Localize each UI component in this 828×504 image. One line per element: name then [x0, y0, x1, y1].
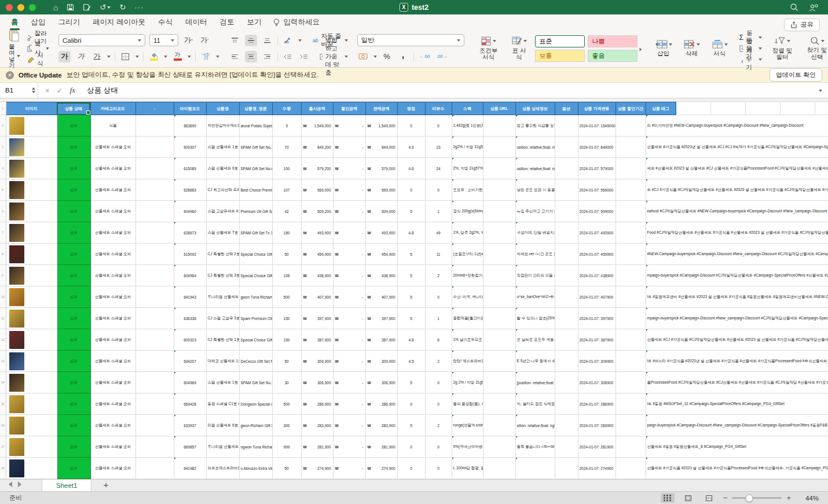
cell-qty[interactable]: 42: [272, 201, 301, 222]
cell-category[interactable]: 선물세트 스페셜 오퍼: [90, 458, 135, 479]
cell-spec[interactable]: 20mlx6+진한참기름 80ml x 16: [452, 265, 483, 286]
cell-launch-price[interactable]: ₩459,900: [301, 244, 333, 265]
cell-sale-price[interactable]: ₩509,000: [365, 201, 397, 222]
cell-detail[interactable]: 자세보.ver /시간 온도 보관: [515, 244, 555, 265]
cell-tags[interactable]: 품ProcessedFood #CJ제일제당선물세트 #CJ선물세트 #선물세트…: [646, 372, 828, 393]
cell-rating[interactable]: 5: [397, 201, 425, 222]
column-header-empty[interactable]: [676, 102, 710, 115]
cell-reviews[interactable]: 23: [425, 137, 452, 158]
cell-item-code[interactable]: 609307: [174, 137, 206, 158]
cell-detail[interactable]: 온 날씨로 포도주 개봉, 보관 둘: [515, 329, 555, 351]
cell-dash[interactable]: [135, 222, 174, 244]
cell-detail[interactable]: osition: relative;float: right;wid: [515, 137, 555, 158]
cell-reviews[interactable]: 1: [425, 201, 452, 222]
cell-reviews[interactable]: 0: [425, 393, 452, 415]
insert-cells-button[interactable]: 삽입: [653, 40, 675, 57]
normal-view-icon[interactable]: [661, 493, 675, 503]
insert-function-icon[interactable]: fx: [70, 86, 76, 95]
column-header[interactable]: 상품 상태: [57, 102, 90, 115]
cell-status[interactable]: 신규: [57, 415, 90, 436]
cell-product-name[interactable]: 동원 스페셜 C1호 x12: [206, 393, 239, 415]
cell-dash[interactable]: [135, 201, 174, 222]
delete-cells-button[interactable]: 삭제: [682, 40, 702, 57]
cell-spec[interactable]: 0%(국내산야자랜드, 스페인, 1: [452, 436, 483, 458]
cell-product-name-en[interactable]: ngwon Tuna Richam Gift Set 25: [239, 436, 272, 458]
cell-price-change[interactable]: 2024-01-07: 407900: [578, 286, 615, 308]
clear-button[interactable]: 지우기: [739, 54, 763, 64]
cell-rating[interactable]: 4.6: [397, 158, 425, 179]
tell-me-button[interactable]: 입력하세요: [268, 17, 325, 27]
align-middle-icon[interactable]: [245, 35, 257, 46]
save-icon[interactable]: [67, 3, 74, 11]
cell-option[interactable]: [555, 158, 578, 179]
cell-launch-price[interactable]: ₩579,200: [301, 158, 333, 179]
cell-status[interactable]: 신규: [57, 137, 90, 158]
column-header[interactable]: 아이템코드: [174, 102, 206, 115]
column-header[interactable]: 상품 태그: [646, 102, 676, 115]
cell-url[interactable]: [483, 137, 515, 158]
cell-detail[interactable]: 직접만이 간리의 으뜸 최첨단: [515, 265, 555, 286]
cell-option[interactable]: [555, 415, 578, 436]
format-cells-button[interactable]: 서식: [709, 40, 730, 57]
cell-product-name[interactable]: CJ 스팸 고급유 3호 x9: [206, 308, 239, 329]
prev-sheet-icon[interactable]: [6, 481, 12, 487]
cell-status[interactable]: 신규: [57, 308, 90, 329]
cell-rating[interactable]: 5: [397, 415, 425, 436]
cell-detail[interactable]: [position: relative;float: right;: [515, 372, 555, 393]
minimize-window-button[interactable]: [17, 4, 24, 11]
formula-bar-expand-icon[interactable]: [819, 90, 822, 94]
cell-product-name-en[interactable]: atural Potato Sujebi 186.5gx8: [239, 115, 272, 137]
cell-reviews[interactable]: 2: [425, 351, 452, 372]
column-header[interactable]: 평점: [397, 102, 425, 115]
cell-item-code[interactable]: 604960: [174, 201, 206, 222]
cell-category[interactable]: 선물세트 스페셜 오퍼: [90, 372, 135, 393]
cell-dash[interactable]: [135, 179, 174, 201]
cell-image[interactable]: [6, 158, 57, 179]
cell-rating[interactable]: 0: [397, 115, 425, 137]
cell-discount[interactable]: ₩-: [333, 415, 365, 436]
cell-item-code[interactable]: 641943: [174, 286, 206, 308]
borders-icon[interactable]: [119, 51, 131, 62]
cell-sale-price[interactable]: ₩849,000: [365, 137, 397, 158]
cell-discount-period[interactable]: [615, 179, 646, 201]
cell-sale-price[interactable]: ₩387,900: [365, 329, 397, 351]
cell-discount-period[interactable]: [615, 201, 646, 222]
cell-sale-price[interactable]: ₩397,900: [365, 308, 397, 329]
cell-dash[interactable]: [135, 137, 174, 158]
cell-reviews[interactable]: 0: [425, 286, 452, 308]
cell-option[interactable]: [555, 115, 578, 137]
cell-discount[interactable]: ₩-: [333, 244, 365, 265]
cell-tags[interactable]: l트 #동원 #MSGFSet_12 #Campaign-SpecialPric…: [646, 393, 828, 415]
align-bottom-icon[interactable]: [261, 35, 273, 46]
increase-indent-icon[interactable]: [298, 51, 310, 62]
people-icon[interactable]: [809, 3, 819, 12]
cell-launch-price[interactable]: ₩569,000: [301, 179, 333, 201]
cell-url[interactable]: [483, 415, 515, 436]
cell-price-change[interactable]: 2024-01-07: 509000: [578, 201, 615, 222]
cell-rating[interactable]: 5: [397, 244, 425, 265]
cell-url[interactable]: [483, 286, 515, 308]
cell-qty[interactable]: 3: [272, 115, 301, 137]
cell-status[interactable]: 신규: [57, 286, 90, 308]
cell-qty[interactable]: 70: [272, 137, 301, 158]
cell-discount[interactable]: ₩-: [333, 458, 365, 479]
cell-discount[interactable]: ₩-: [333, 265, 365, 286]
cell-image[interactable]: [6, 415, 57, 436]
cell-discount[interactable]: ₩-: [333, 137, 365, 158]
cell-item-code[interactable]: 633937: [174, 415, 206, 436]
formula-bar-value[interactable]: 상품 상태: [87, 86, 118, 95]
merge-center-button[interactable]: 병합하고 가운데 맞춤: [320, 51, 347, 61]
cell-tags[interactable]: paign-buyerspick #Campaign-Discount #New…: [646, 415, 828, 436]
column-header[interactable]: 판매금액: [365, 102, 397, 115]
cell-price-change[interactable]: 2024-01-07: 579000: [578, 158, 615, 179]
find-select-button[interactable]: 찾기 및 선택: [803, 36, 828, 60]
phonetic-guide-icon[interactable]: 내천川: [200, 51, 212, 62]
cell-style-chip[interactable]: 보통: [535, 50, 585, 62]
cell-rating[interactable]: 0: [397, 458, 425, 479]
cell-item-code[interactable]: 604969: [174, 372, 206, 393]
column-header[interactable]: 상품명_영문: [239, 102, 272, 115]
cell-sale-price[interactable]: ₩569,000: [365, 179, 397, 201]
cell-url[interactable]: [483, 244, 515, 265]
cell-discount-period[interactable]: [615, 393, 646, 415]
decrease-indent-icon[interactable]: [281, 51, 294, 62]
